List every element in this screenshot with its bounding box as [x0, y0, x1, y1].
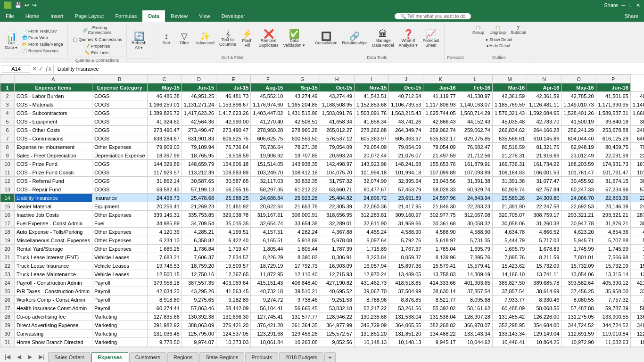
cell-r15c8[interactable]: 22,080.36: [354, 202, 388, 211]
cell-r2c4[interactable]: 46,481.73: [216, 92, 251, 100]
cell-r5c4[interactable]: 42,990.00: [216, 117, 251, 126]
cell-r16c2[interactable]: 339,145.31: [147, 211, 182, 219]
cell-r7c8[interactable]: 605,363.97: [354, 134, 388, 143]
sheet-tab-customers[interactable]: Customers: [129, 352, 166, 362]
cell-r16c12[interactable]: 320,705.07: [492, 211, 527, 219]
cell-r26c6[interactable]: 9,738.46: [285, 296, 320, 304]
table-row[interactable]: 25P/R Taxes - Construction AdminPayroll4…: [0, 287, 644, 296]
cell-r3c16[interactable]: 1,148.55: [630, 100, 644, 109]
cell-r8c11[interactable]: 76,682.47: [458, 143, 492, 151]
cell-r19c8[interactable]: 6,097.64: [354, 236, 388, 245]
col-A[interactable]: A: [15, 75, 92, 83]
cell-r24c14[interactable]: 393,582.64: [561, 279, 596, 287]
col-N[interactable]: N: [527, 75, 561, 83]
cell-r9c16[interactable]: 22.31: [630, 151, 644, 160]
cell-r4c7[interactable]: 1,503,091.76: [320, 109, 354, 117]
cell-r2c5[interactable]: 45,552.10: [251, 92, 285, 100]
cell-r12c10[interactable]: 33,043.56: [423, 177, 458, 185]
cell-r2c15[interactable]: 41,501.65: [596, 92, 630, 100]
cell-r22c14[interactable]: 15,732.09: [561, 262, 596, 270]
cell-r16c7[interactable]: 318,656.95: [320, 211, 354, 219]
cell-r7c11[interactable]: 629,275.85: [458, 134, 492, 143]
cell-r5c2[interactable]: 41,324.62: [147, 117, 182, 126]
cell-r5c7[interactable]: 41,658.34: [320, 117, 354, 126]
cell-r22c16[interactable]: 15.26: [630, 262, 644, 270]
cell-r22c13[interactable]: 15,732.09: [527, 262, 561, 270]
table-row[interactable]: 16Inactive Job CostsOther Expenses339,14…: [0, 211, 644, 219]
cell-r29c0[interactable]: Direct Advertising Expense: [15, 321, 92, 329]
cell-r10c16[interactable]: 167.93: [630, 160, 644, 168]
cell-r14c0[interactable]: Liability Insurance: [15, 194, 92, 202]
cell-r24c10[interactable]: 414,333.66: [423, 279, 458, 287]
cell-r5c8[interactable]: 41,658.34: [354, 117, 388, 126]
cell-r12c3[interactable]: 30,587.65: [182, 177, 216, 185]
cell-r19c7[interactable]: 5,978.08: [320, 236, 354, 245]
cell-r28c2[interactable]: 127,835.66: [147, 313, 182, 321]
cell-r32c10[interactable]: 2,719.23: [423, 346, 458, 347]
cell-r14c3[interactable]: 25,478.68: [182, 194, 216, 202]
cell-r14c10[interactable]: 24,597.96: [423, 194, 458, 202]
cell-r13c2[interactable]: 59,582.43: [147, 185, 182, 194]
cell-r27c4[interactable]: 58,442.09: [216, 304, 251, 313]
cell-r18c0[interactable]: Auto Expense - Tolls/Parking: [15, 228, 92, 236]
cell-r20c16[interactable]: 1.75: [630, 245, 644, 253]
cell-r25c8[interactable]: 39,067.70: [354, 287, 388, 296]
cell-r17c1[interactable]: Fuel: [92, 219, 147, 228]
cell-r21c2[interactable]: 7,683.21: [147, 253, 182, 262]
cell-r20c1[interactable]: Other Expenses: [92, 245, 147, 253]
cell-r23c13[interactable]: 13,741.11: [527, 270, 561, 279]
cell-r14c6[interactable]: 25,923.28: [285, 194, 320, 202]
cell-r9c12[interactable]: 21,278.31: [492, 151, 527, 160]
cell-r3c3[interactable]: 1,131,271.24: [182, 100, 216, 109]
cell-r25c11[interactable]: 37,857.54: [458, 287, 492, 296]
cell-r4c12[interactable]: 1,576,321.43: [492, 109, 527, 117]
cell-r3c11[interactable]: 1,140,163.07: [458, 100, 492, 109]
cell-r4c11[interactable]: 1,560,714.29: [458, 109, 492, 117]
cell-r9c14[interactable]: 23,012.49: [561, 151, 596, 160]
cell-r31c4[interactable]: 10,373.03: [216, 338, 251, 346]
cell-r18c4[interactable]: 4,199.51: [216, 228, 251, 236]
cell-r14c7[interactable]: 25,404.82: [320, 194, 354, 202]
cell-r5c3[interactable]: 42,564.36: [182, 117, 216, 126]
cell-r5c5[interactable]: 41,270.40: [251, 117, 285, 126]
btn-existing-connections[interactable]: 🔗 ExistingConnections: [78, 25, 116, 36]
cell-r19c1[interactable]: Other Expenses: [92, 236, 147, 245]
cell-r31c13[interactable]: 10,864.26: [527, 338, 561, 346]
cell-r20c7[interactable]: 1,787.39: [320, 245, 354, 253]
sheet-nav-first[interactable]: |◀: [2, 352, 13, 362]
cell-r8c4[interactable]: 76,736.64: [216, 143, 251, 151]
tab-data[interactable]: Data: [142, 10, 165, 22]
cell-r13c6[interactable]: 61,212.22: [285, 185, 320, 194]
sheet-tab-add[interactable]: +: [324, 352, 336, 362]
cell-r28c5[interactable]: 127,745.41: [251, 313, 285, 321]
cell-r3c13[interactable]: 1,126,481.11: [527, 100, 561, 109]
cell-r6c4[interactable]: 273,490.47: [216, 126, 251, 134]
cell-r24c4[interactable]: 403,059.64: [216, 279, 251, 287]
cell-r8c1[interactable]: Other Expenses: [92, 143, 147, 151]
cell-r29c9[interactable]: 364,065.55: [389, 321, 423, 329]
cell-r8c9[interactable]: 79,054.09: [389, 143, 423, 151]
cell-r11c6[interactable]: 108,412.18: [285, 168, 320, 177]
cell-r23c7[interactable]: 12,715.93: [320, 270, 354, 279]
cell-r30c2[interactable]: 131,036.45: [147, 329, 182, 338]
cell-r26c7[interactable]: 9,251.53: [320, 296, 354, 304]
cell-r17c16[interactable]: 30.60: [630, 219, 644, 228]
cell-r6c14[interactable]: 256,241.29: [561, 126, 596, 134]
cell-r25c7[interactable]: 40,695.52: [320, 287, 354, 296]
sheet-nav-last[interactable]: ▶|: [36, 352, 47, 362]
table-row[interactable]: 20Rental Yard/StorageOther Expenses1,686…: [0, 245, 644, 253]
table-row[interactable]: 22Truck Lease InsuranceVehicle Leases19,…: [0, 262, 644, 270]
cell-r27c12[interactable]: 60,488.09: [492, 304, 527, 313]
cell-r25c1[interactable]: Payroll: [92, 287, 147, 296]
cell-r18c14[interactable]: 4,623.20: [561, 228, 596, 236]
cell-r16c0[interactable]: Inactive Job Costs: [15, 211, 92, 219]
cell-r20c2[interactable]: 1,686.25: [147, 245, 182, 253]
cell-r24c13[interactable]: 389,685.78: [527, 279, 561, 287]
cell-r15c0[interactable]: Sealer Material: [15, 202, 92, 211]
cell-r20c11[interactable]: 1,695.79: [458, 245, 492, 253]
cell-r28c16[interactable]: 136.57: [630, 313, 644, 321]
cell-r4c8[interactable]: 1,503,091.76: [354, 109, 388, 117]
cell-r15c9[interactable]: 21,417.95: [389, 202, 423, 211]
table-row[interactable]: 28Co-op advertising feeMarketing127,835.…: [0, 313, 644, 321]
cell-r32c3[interactable]: 2,621.23: [182, 346, 216, 347]
